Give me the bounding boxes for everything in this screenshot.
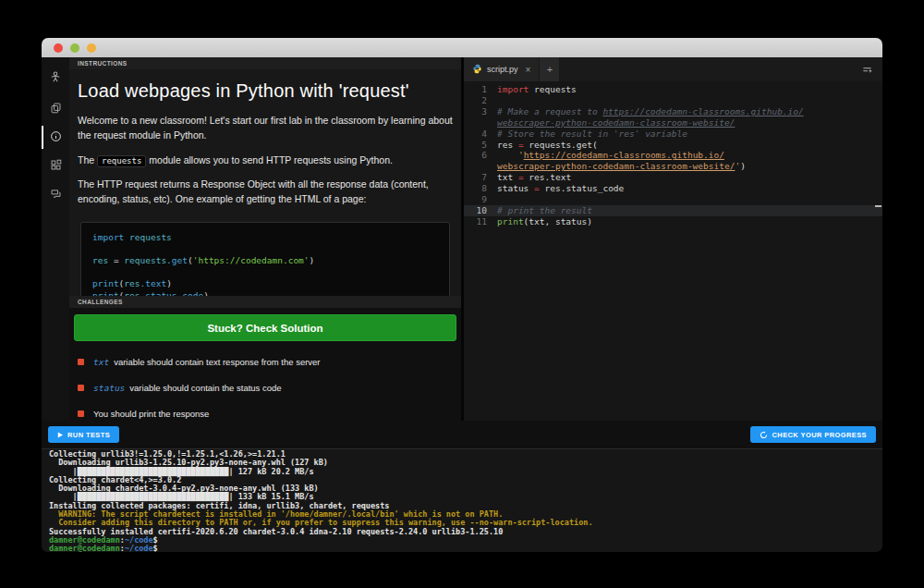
code-line: webscraper-python-codedamn-classroom-web… — [464, 161, 882, 172]
challenge-item: txtvariable should contain text response… — [74, 357, 456, 367]
code-line: webscraper-python-codedamn-classroom-web… — [464, 117, 882, 129]
sidebar-item-files[interactable] — [42, 94, 69, 123]
new-tab-button[interactable]: + — [540, 57, 559, 81]
code-line: res = requests.get('https://codedamn.com… — [92, 255, 438, 267]
traffic-light-close-button[interactable] — [54, 43, 63, 53]
sidebar-item-playground[interactable] — [42, 152, 69, 180]
code-line — [92, 243, 438, 255]
code-editor-panel: script.py × + 1import requests2 3# Make … — [464, 57, 882, 421]
challenge-status-box — [78, 410, 84, 417]
example-code-block: import requests res = requests.get('http… — [80, 222, 450, 296]
lesson-paragraph: The HTTP request returns a Response Obje… — [78, 178, 453, 207]
tab-close-icon[interactable]: × — [526, 65, 531, 75]
check-solution-button[interactable]: Stuck? Check Solution — [74, 314, 456, 341]
inline-code: requests — [97, 155, 146, 167]
person-icon — [49, 70, 62, 88]
code-line: 1import requests — [464, 84, 882, 95]
code-line: print(res.text) — [92, 278, 438, 290]
blocks-icon — [50, 158, 62, 175]
play-icon — [57, 432, 63, 438]
run-tests-button[interactable]: RUN TESTS — [48, 426, 119, 443]
instructions-body: Load webpages in Python with 'request' W… — [69, 69, 461, 296]
editor-code-area[interactable]: 1import requests2 3# Make a request to h… — [464, 81, 882, 421]
chat-icon — [50, 187, 62, 203]
python-icon — [472, 64, 482, 76]
challenges-header: CHALLENGES — [69, 296, 461, 308]
editor-tab-bar: script.py × + — [464, 57, 882, 81]
sidebar-item-classroom[interactable] — [42, 63, 69, 94]
lesson-title: Load webpages in Python with 'request' — [78, 80, 453, 102]
challenges-body: Stuck? Check Solution txtvariable should… — [69, 308, 461, 421]
terminal-line: damner@codedamn:~/code$ — [49, 536, 882, 545]
instructions-header: INSTRUCTIONS — [69, 57, 461, 69]
challenge-item: statusvariable should contain the status… — [74, 383, 456, 393]
code-line: 4# Store the result in 'res' variable — [464, 129, 882, 140]
terminal-line: damner@codedamn:~/code$ — [49, 545, 882, 552]
lesson-paragraph: The requests module allows you to send H… — [78, 153, 453, 168]
code-line — [92, 267, 438, 279]
tab-script-py[interactable]: script.py × — [464, 57, 539, 81]
sidebar-item-chat[interactable] — [42, 180, 69, 209]
content-row: INSTRUCTIONS Load webpages in Python wit… — [42, 57, 882, 421]
check-progress-button[interactable]: CHECK YOUR PROGRESS — [750, 426, 876, 443]
editor-layout-icon[interactable] — [861, 63, 873, 80]
activity-sidebar — [42, 57, 69, 421]
scrollbar-cursor-mark — [875, 205, 881, 207]
info-icon — [50, 129, 62, 146]
code-line: import requests — [92, 232, 438, 244]
refresh-icon — [760, 431, 768, 439]
code-line: 7txt = res.text — [464, 172, 882, 183]
code-line: 10# print the result — [464, 205, 882, 216]
instructions-panel: INSTRUCTIONS Load webpages in Python wit… — [69, 57, 461, 421]
traffic-light-zoom-button[interactable] — [87, 43, 96, 53]
challenge-status-box — [78, 359, 84, 365]
challenge-status-box — [78, 385, 84, 391]
code-line: 2 — [464, 95, 882, 106]
bottom-toolbar: RUN TESTS CHECK YOUR PROGRESS — [42, 421, 882, 448]
traffic-light-minimize-button[interactable] — [70, 43, 79, 53]
code-line: 9 — [464, 194, 882, 205]
lesson-paragraph: Welcome to a new classroom! Let's start … — [78, 114, 453, 143]
code-line: 3# Make a request to https://codedamn-cl… — [464, 106, 882, 117]
code-line: 5res = requests.get( — [464, 140, 882, 151]
code-line: 6 'https://codedamn-classrooms.github.io… — [464, 150, 882, 161]
terminal-line: Successfully installed certifi-2020.6.20… — [49, 528, 882, 536]
app-window: INSTRUCTIONS Load webpages in Python wit… — [42, 38, 882, 552]
code-line: 8status = res.status_code — [464, 183, 882, 194]
tab-label: script.py — [487, 65, 518, 74]
challenge-item: You should print the response — [74, 409, 456, 419]
terminal[interactable]: Collecting urllib3!=1.25.0,!=1.25.1,<1.2… — [42, 448, 882, 552]
sidebar-item-instructions[interactable] — [42, 123, 69, 152]
code-line: 11print(txt, status) — [464, 216, 882, 227]
copy-icon — [50, 101, 62, 117]
titlebar — [42, 38, 882, 57]
challenge-list: txtvariable should contain text response… — [74, 357, 456, 419]
